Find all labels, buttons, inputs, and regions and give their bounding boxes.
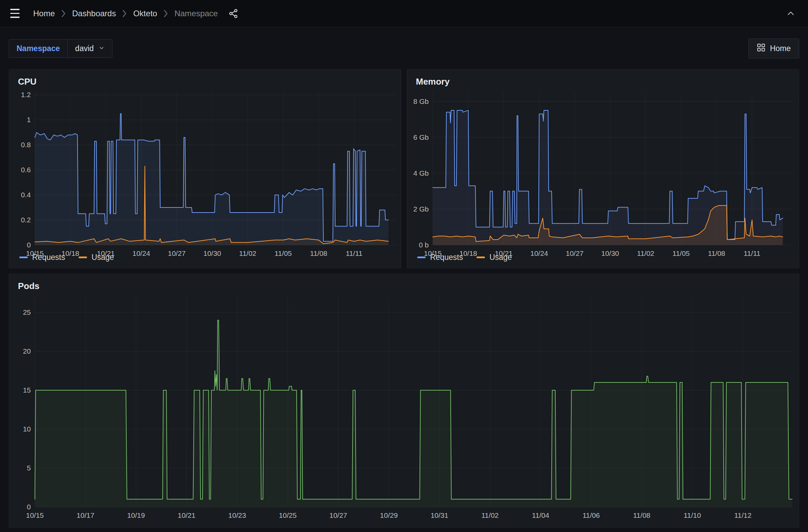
menu-toggle-icon[interactable] bbox=[10, 6, 25, 21]
svg-text:10/24: 10/24 bbox=[132, 249, 150, 257]
svg-text:10/27: 10/27 bbox=[168, 249, 186, 257]
svg-text:11/06: 11/06 bbox=[583, 511, 600, 519]
svg-text:8 Gb: 8 Gb bbox=[413, 97, 429, 105]
dashboard-panels: CPU 10/1510/1810/2110/2410/2710/3011/021… bbox=[9, 69, 799, 528]
chevron-down-icon bbox=[98, 44, 105, 53]
breadcrumb-okteto[interactable]: Okteto bbox=[133, 9, 157, 18]
svg-text:10/21: 10/21 bbox=[178, 511, 196, 519]
svg-text:10/18: 10/18 bbox=[61, 249, 79, 257]
svg-text:11/10: 11/10 bbox=[684, 511, 701, 519]
svg-text:11/08: 11/08 bbox=[633, 511, 650, 519]
breadcrumb-home[interactable]: Home bbox=[33, 9, 55, 18]
panel-memory: Memory 10/1510/1810/2110/2410/2710/3011/… bbox=[407, 69, 799, 268]
breadcrumb: Home Dashboards Okteto Namespace bbox=[33, 9, 218, 18]
svg-text:11/02: 11/02 bbox=[239, 249, 256, 257]
svg-text:10/30: 10/30 bbox=[203, 249, 221, 257]
memory-chart-svg: 10/1510/1810/2110/2410/2710/3011/0211/05… bbox=[407, 88, 799, 261]
svg-text:10/25: 10/25 bbox=[279, 511, 297, 519]
svg-text:10/24: 10/24 bbox=[530, 249, 548, 257]
breadcrumb-namespace: Namespace bbox=[175, 9, 218, 18]
memory-chart[interactable]: 10/1510/1810/2110/2410/2710/3011/0211/05… bbox=[407, 88, 799, 251]
breadcrumb-dashboards[interactable]: Dashboards bbox=[72, 9, 116, 18]
cpu-chart-svg: 10/1510/1810/2110/2410/2710/3011/0211/05… bbox=[9, 88, 401, 261]
svg-text:10/27: 10/27 bbox=[566, 249, 584, 257]
svg-text:15: 15 bbox=[23, 386, 31, 394]
panel-pods: Pods 10/1510/1710/1910/2110/2310/2510/27… bbox=[9, 274, 799, 528]
svg-text:10/15: 10/15 bbox=[424, 249, 442, 257]
breadcrumb-separator-icon bbox=[163, 10, 168, 17]
svg-text:4 Gb: 4 Gb bbox=[413, 169, 429, 177]
panel-cpu: CPU 10/1510/1810/2110/2410/2710/3011/021… bbox=[9, 69, 401, 268]
breadcrumb-separator-icon bbox=[122, 10, 127, 17]
svg-text:0.6: 0.6 bbox=[21, 166, 31, 174]
panel-title-cpu[interactable]: CPU bbox=[9, 70, 401, 88]
share-icon[interactable] bbox=[226, 6, 241, 21]
chevron-up-icon[interactable] bbox=[784, 6, 798, 21]
svg-text:10/15: 10/15 bbox=[26, 249, 44, 257]
svg-text:10/21: 10/21 bbox=[495, 249, 513, 257]
svg-text:10/30: 10/30 bbox=[601, 249, 619, 257]
svg-text:10/17: 10/17 bbox=[76, 511, 94, 519]
svg-text:11/12: 11/12 bbox=[734, 511, 751, 519]
pods-chart-svg: 10/1510/1710/1910/2110/2310/2510/2710/29… bbox=[9, 293, 799, 522]
svg-text:0.2: 0.2 bbox=[21, 216, 31, 224]
namespace-variable-label: Namespace bbox=[9, 39, 68, 58]
namespace-variable: Namespace david bbox=[9, 39, 112, 58]
svg-text:10/27: 10/27 bbox=[330, 511, 347, 519]
svg-text:0: 0 bbox=[27, 503, 31, 511]
svg-text:11/11: 11/11 bbox=[743, 249, 760, 257]
svg-text:10/18: 10/18 bbox=[459, 249, 477, 257]
panel-title-memory[interactable]: Memory bbox=[407, 70, 799, 88]
home-button[interactable]: Home bbox=[748, 39, 799, 59]
svg-text:11/02: 11/02 bbox=[637, 249, 654, 257]
svg-text:11/05: 11/05 bbox=[673, 249, 690, 257]
svg-text:11/08: 11/08 bbox=[310, 249, 328, 257]
svg-text:11/11: 11/11 bbox=[346, 249, 362, 257]
svg-text:0.8: 0.8 bbox=[21, 141, 31, 149]
svg-text:5: 5 bbox=[27, 464, 31, 472]
cpu-chart[interactable]: 10/1510/1810/2110/2410/2710/3011/0211/05… bbox=[9, 88, 401, 251]
svg-text:10/21: 10/21 bbox=[97, 249, 115, 257]
svg-text:10/29: 10/29 bbox=[380, 511, 398, 519]
svg-text:11/05: 11/05 bbox=[275, 249, 292, 257]
home-button-label: Home bbox=[770, 44, 791, 53]
dashboard-toolbar: Namespace david Home bbox=[0, 27, 808, 59]
svg-text:1.2: 1.2 bbox=[21, 91, 31, 98]
pods-chart[interactable]: 10/1510/1710/1910/2110/2310/2510/2710/29… bbox=[9, 293, 799, 522]
breadcrumb-separator-icon bbox=[61, 10, 66, 17]
svg-text:0 b: 0 b bbox=[419, 241, 429, 249]
svg-text:10/19: 10/19 bbox=[127, 511, 145, 519]
svg-text:10/31: 10/31 bbox=[430, 511, 448, 519]
svg-text:0.4: 0.4 bbox=[21, 191, 31, 199]
svg-text:2 Gb: 2 Gb bbox=[413, 205, 429, 213]
svg-text:10: 10 bbox=[23, 425, 31, 433]
svg-text:25: 25 bbox=[23, 308, 31, 316]
svg-text:1: 1 bbox=[27, 116, 31, 124]
svg-text:11/02: 11/02 bbox=[481, 511, 499, 519]
svg-text:11/08: 11/08 bbox=[708, 249, 726, 257]
svg-text:11/04: 11/04 bbox=[532, 511, 549, 519]
apps-grid-icon bbox=[757, 43, 765, 54]
svg-text:6 Gb: 6 Gb bbox=[413, 133, 429, 141]
svg-text:10/15: 10/15 bbox=[26, 511, 44, 519]
svg-text:0: 0 bbox=[27, 241, 31, 249]
namespace-variable-value: david bbox=[75, 44, 94, 53]
panel-title-pods[interactable]: Pods bbox=[9, 274, 799, 293]
top-navigation-bar: Home Dashboards Okteto Namespace bbox=[0, 0, 808, 27]
svg-text:20: 20 bbox=[23, 347, 31, 355]
svg-text:10/23: 10/23 bbox=[228, 511, 246, 519]
namespace-variable-select[interactable]: david bbox=[67, 39, 112, 58]
